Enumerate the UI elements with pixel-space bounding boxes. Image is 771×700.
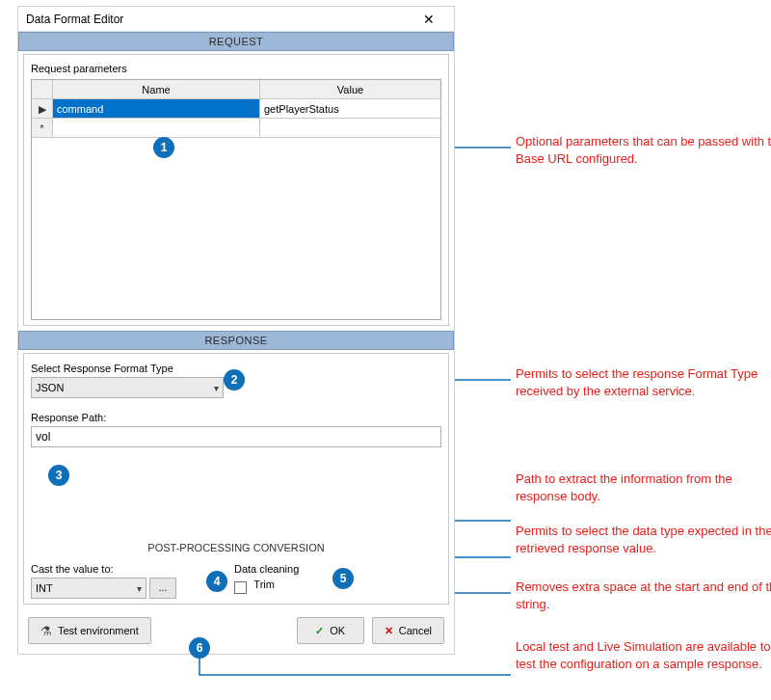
table-row[interactable]: * <box>32 119 440 138</box>
titlebar: Data Format Editor ✕ <box>18 7 454 32</box>
cell-name[interactable]: command <box>53 99 260 119</box>
callout-text-4: Permits to select the data type expected… <box>516 523 771 556</box>
check-icon: ✓ <box>315 625 324 637</box>
row-indicator: * <box>32 119 53 138</box>
ok-button-label: OK <box>330 625 345 636</box>
callout-badge-6: 6 <box>189 637 210 659</box>
cast-type-select[interactable]: INT ▾ <box>31 578 146 599</box>
x-icon: ✕ <box>385 625 393 637</box>
response-pane: Select Response Format Type JSON ▾ Respo… <box>23 353 449 605</box>
cell-name[interactable] <box>53 119 260 138</box>
callout-text-3: Path to extract the information from the… <box>516 471 771 504</box>
cast-label: Cast the value to: <box>31 563 176 575</box>
callout-badge-5: 5 <box>332 568 354 589</box>
callout-text-1: Optional parameters that can be passed w… <box>516 133 771 167</box>
request-section-header: REQUEST <box>18 32 454 51</box>
chevron-down-icon: ▾ <box>214 383 219 393</box>
row-indicator: ▶ <box>32 99 53 119</box>
callout-badge-1: 1 <box>153 137 174 158</box>
request-subtitle: Request parameters <box>31 60 441 79</box>
cancel-button[interactable]: ✕ Cancel <box>372 617 444 644</box>
dialog-button-row: ⚗ Test environment ✓ OK ✕ Cancel <box>18 609 454 654</box>
ok-button[interactable]: ✓ OK <box>297 617 364 644</box>
chevron-down-icon: ▾ <box>137 583 142 594</box>
trim-label: Trim <box>253 579 275 590</box>
trim-checkbox[interactable] <box>234 581 247 594</box>
cell-value[interactable] <box>260 119 440 138</box>
test-button-label: Test environment <box>58 625 139 636</box>
cast-type-value: INT <box>36 582 53 594</box>
callout-text-6: Local test and Live Simulation are avail… <box>516 638 771 672</box>
response-path-input[interactable] <box>31 426 441 447</box>
column-header-name[interactable]: Name <box>53 80 260 99</box>
flask-icon: ⚗ <box>40 624 52 638</box>
callout-badge-4: 4 <box>206 571 227 592</box>
format-type-value: JSON <box>36 382 64 393</box>
response-section-header: RESPONSE <box>18 331 454 350</box>
data-cleaning-label: Data cleaning <box>234 563 299 575</box>
dialog-title: Data Format Editor <box>26 13 412 26</box>
callout-badge-3: 3 <box>48 465 69 486</box>
request-parameters-grid[interactable]: Name Value ▶ command getPlayerStatus * <box>31 79 441 320</box>
table-row[interactable]: ▶ command getPlayerStatus <box>32 99 440 119</box>
callout-text-2: Permits to select the response Format Ty… <box>516 365 771 399</box>
request-pane: Request parameters Name Value ▶ command … <box>23 54 449 326</box>
cast-options-button[interactable]: ... <box>149 578 176 599</box>
callout-text-5: Removes extra space at the start and end… <box>516 579 771 612</box>
close-icon[interactable]: ✕ <box>412 12 446 27</box>
column-header-value[interactable]: Value <box>260 80 440 99</box>
data-format-editor-dialog: Data Format Editor ✕ REQUEST Request par… <box>17 6 455 655</box>
post-processing-header: POST-PROCESSING CONVERSION <box>31 542 441 553</box>
cancel-button-label: Cancel <box>399 625 432 636</box>
cell-value[interactable]: getPlayerStatus <box>260 99 440 119</box>
response-path-label: Response Path: <box>31 412 441 423</box>
callout-badge-2: 2 <box>224 369 245 390</box>
test-environment-button[interactable]: ⚗ Test environment <box>28 617 151 644</box>
grid-header-row: Name Value <box>32 80 440 99</box>
format-type-select[interactable]: JSON ▾ <box>31 377 224 398</box>
